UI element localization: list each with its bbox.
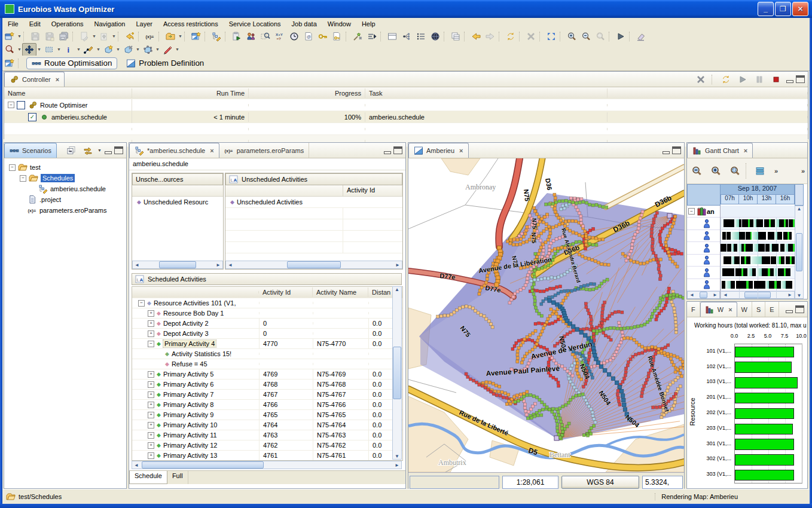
fit-icon[interactable] [544, 30, 558, 43]
v-scrollbar[interactable]: ▲▼ [795, 206, 804, 299]
window-star-icon[interactable] [189, 30, 203, 43]
stop-icon[interactable] [769, 73, 783, 86]
refresh-icon[interactable] [503, 30, 518, 43]
scheduled-row[interactable]: −◆Resource Activities 101 (V1, [132, 298, 402, 308]
save-all-icon[interactable] [57, 30, 71, 43]
search-dashed-icon[interactable] [258, 30, 273, 43]
editor-tab[interactable]: *amberieu.schedule× [129, 143, 219, 158]
menu-operations[interactable]: Operations [46, 19, 89, 29]
toolbar-overflow-chevron[interactable]: » [801, 167, 805, 175]
gantt-bar-row[interactable] [721, 218, 795, 230]
nav-back-icon[interactable] [469, 30, 483, 43]
h-scrollbar[interactable]: ◄► [132, 461, 402, 469]
tree-pencil-icon[interactable] [209, 30, 224, 43]
clock-icon[interactable] [287, 30, 301, 43]
tree-item[interactable]: ◆Unscheduled Activities [225, 197, 402, 208]
menu-window[interactable]: Window [322, 19, 356, 29]
key-icon[interactable] [316, 30, 330, 43]
poly-del-dropdown-icon[interactable]: ▼ [135, 44, 141, 56]
editor-tab[interactable]: (x)=parameters.eroParams [219, 143, 310, 158]
menu-file[interactable]: File [2, 19, 24, 29]
job-checkbox[interactable]: ✓ [28, 113, 36, 121]
controller-row[interactable]: ✓amberieu.schedule< 1 minute100%amberieu… [4, 111, 808, 123]
zoom-out-icon[interactable] [579, 30, 593, 43]
page-key-icon[interactable] [330, 30, 344, 43]
pan-icon[interactable] [22, 43, 36, 56]
scheduled-activities-header[interactable]: LAScheduled Activities [132, 273, 402, 285]
draw-path-icon[interactable] [81, 43, 96, 56]
link-editor-icon[interactable] [81, 144, 95, 157]
magnifier-icon[interactable] [2, 43, 17, 56]
scheduled-row[interactable]: ◆Activity Statistics 15! [132, 349, 402, 359]
map-canvas[interactable]: AmbronayBettantAmbutrixN75N75N75N75N75D3… [408, 158, 684, 472]
tab-scenarios[interactable]: Scenarios [4, 143, 57, 158]
gantt-resource-row[interactable] [687, 255, 720, 267]
copy-view-icon[interactable] [448, 30, 463, 43]
gantt-chart-area[interactable]: ◄► [721, 206, 795, 299]
h-scrollbar[interactable]: ◄► [225, 261, 402, 269]
page-percent-icon[interactable]: @ [301, 30, 316, 43]
scenario-tree-item[interactable]: −Schedules [5, 173, 125, 183]
hours-tab-W-2[interactable]: W [737, 302, 752, 317]
eraser-icon[interactable] [634, 30, 648, 43]
maximize-view-icon[interactable] [114, 146, 123, 154]
tree-item[interactable]: ◆Unscheduled Resourc [132, 197, 223, 207]
gantt-zoom-in-icon[interactable] [706, 161, 725, 181]
people-icon[interactable] [244, 30, 258, 43]
col-run-time[interactable]: Run Time [132, 88, 249, 98]
close-icon[interactable]: × [744, 147, 747, 154]
list-view-icon[interactable] [414, 30, 428, 43]
select-rect-icon[interactable] [42, 43, 56, 56]
import-edit-icon[interactable] [77, 30, 91, 43]
menu-layer[interactable]: Layer [131, 19, 158, 29]
scenario-tree-item[interactable]: .project [5, 194, 125, 205]
collapse-all-icon[interactable] [64, 144, 78, 157]
map-datum-button[interactable]: WGS 84 [561, 476, 639, 489]
zoom-in-icon[interactable] [564, 30, 579, 43]
toolbar-overflow-chevron[interactable]: » [774, 167, 778, 175]
maximize-view-icon[interactable] [796, 75, 805, 83]
run-play-icon[interactable] [613, 30, 628, 43]
gantt-layers-icon[interactable] [750, 161, 770, 181]
scheduled-row[interactable]: +◆Depot Activity 300.0 [132, 329, 402, 339]
close-icon[interactable]: × [728, 306, 732, 313]
remove-job-icon[interactable] [694, 73, 708, 86]
scheduled-row[interactable]: +◆Primary Activity 54769N75-47690.0 [132, 369, 402, 380]
refresh-icon[interactable] [719, 73, 733, 86]
scenario-tree-item[interactable]: (x)=parameters.eroParams [5, 205, 125, 216]
open-perspective-icon[interactable] [2, 57, 17, 70]
close-button[interactable]: ✕ [792, 2, 808, 16]
restore-button[interactable]: ❐ [775, 2, 791, 16]
gantt-bar-row[interactable] [721, 230, 795, 243]
gantt-bar-row[interactable] [721, 255, 795, 267]
gantt-bar-row[interactable] [721, 242, 795, 255]
xeq-icon[interactable]: (x)= [143, 30, 157, 43]
menu-edit[interactable]: Edit [24, 19, 46, 29]
draw-path-dropdown-icon[interactable]: ▼ [96, 44, 101, 56]
poly-add-icon[interactable] [101, 43, 115, 56]
poly-add-dropdown-icon[interactable]: ▼ [115, 44, 121, 56]
info-icon[interactable]: i [62, 43, 76, 56]
gantt-resource-row[interactable] [687, 279, 720, 292]
job-checkbox[interactable] [17, 101, 25, 109]
menu-job-data[interactable]: Job data [286, 19, 322, 29]
info-dropdown-icon[interactable]: ▼ [76, 44, 81, 56]
pencil-red-icon[interactable] [160, 43, 175, 56]
wand-x-icon[interactable] [350, 30, 365, 43]
close-icon[interactable]: × [56, 76, 59, 83]
maximize-view-icon[interactable] [672, 146, 681, 154]
close-icon[interactable]: × [210, 147, 213, 154]
unscheduled-resources-header[interactable]: Unsche...ources [132, 173, 223, 185]
gantt-resource-row[interactable] [687, 218, 720, 230]
scheduled-row[interactable]: +◆Primary Activity 104764N75-47640.0 [132, 420, 402, 430]
pan-dropdown-icon[interactable]: ▼ [36, 44, 42, 56]
gantt-zoom-fit-icon[interactable] [725, 161, 744, 181]
perspective-problem-definition[interactable]: Problem Definition [121, 57, 209, 69]
tab-amberieu-map[interactable]: Amberieu× [408, 143, 469, 158]
maximize-view-icon[interactable] [795, 305, 804, 313]
minimize-view-icon[interactable] [383, 147, 391, 154]
save-as-icon[interactable] [42, 30, 57, 43]
nodes-icon[interactable] [399, 30, 414, 43]
scheduled-row[interactable]: +◆Primary Activity 64768N75-47680.0 [132, 380, 402, 390]
pencil-red-dropdown-icon[interactable]: ▼ [175, 44, 180, 56]
